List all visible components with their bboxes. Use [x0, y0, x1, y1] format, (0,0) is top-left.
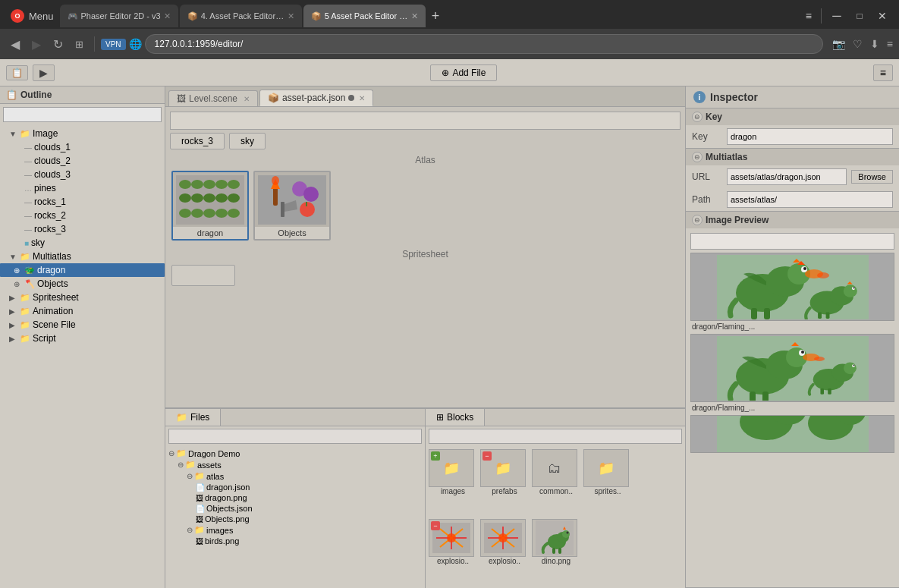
tree-item-pines[interactable]: … pines [0, 181, 165, 195]
download-icon[interactable]: ⬇ [870, 38, 879, 50]
files-search-input[interactable] [168, 429, 422, 444]
asset-pack-tab-label: asset-pack.json [282, 93, 345, 103]
atlas-item-objects[interactable]: Objects [253, 171, 331, 241]
tree-item-rocks2[interactable]: — rocks_2 [0, 209, 165, 222]
spritesheet-placeholder-item[interactable] [171, 265, 235, 286]
nav-icons: 📷 ♡ ⬇ ≡ [832, 38, 893, 50]
svg-point-8 [203, 193, 215, 203]
minimize-button[interactable]: ─ [826, 5, 847, 27]
rocks3-pack-item[interactable]: rocks_3 [170, 133, 225, 149]
path-field-input[interactable] [727, 191, 893, 208]
app-tab-asset-pack[interactable]: 📦 asset-pack.json ✕ [259, 90, 373, 106]
tree-item-animation[interactable]: ▶ 📁 Animation [0, 304, 165, 318]
atlas-item-dragon[interactable]: dragon [171, 171, 249, 241]
clouds2-label: clouds_2 [34, 156, 71, 166]
preview-item-2: dragon/Flaming_... [690, 334, 894, 412]
blocks-search-input[interactable] [429, 429, 682, 444]
tree-item-objects[interactable]: ⊕ 🪓 Objects [0, 277, 165, 291]
tree-item-clouds1[interactable]: — clouds_1 [0, 140, 165, 154]
file-tree-objects-json[interactable]: 📄 Objects.json [168, 503, 422, 514]
app-tab-level-scene[interactable]: 🖼 Level.scene ✕ [168, 90, 258, 106]
preview-search-input[interactable] [690, 233, 894, 250]
browse-button[interactable]: Browse [851, 170, 893, 184]
back-button[interactable]: ◀ [6, 36, 24, 53]
tree-item-image[interactable]: ▼ 📁 Image [0, 127, 165, 140]
browser-tab-2[interactable]: 📦 4. Asset Pack Editor -... ✕ [180, 5, 302, 27]
block-images[interactable]: 📁 + images [429, 449, 477, 516]
center-area: 🖼 Level.scene ✕ 📦 asset-pack.json ✕ [165, 86, 685, 588]
tree-item-clouds3[interactable]: — clouds_3 [0, 168, 165, 181]
key-field-input[interactable] [727, 128, 893, 145]
settings-icon[interactable]: ≡ [887, 38, 893, 50]
block-prefabs[interactable]: 📁 − prefabs [480, 449, 529, 516]
files-tab[interactable]: 📁 Files [165, 409, 221, 426]
inspector-preview-header[interactable]: ⊖ Image Preview [686, 212, 899, 228]
file-tree-images[interactable]: ⊖ 📁 images [168, 524, 422, 536]
inspector-multiatlas-header[interactable]: ⊖ Multiatlas [686, 149, 899, 165]
file-tree-dragon-json[interactable]: 📄 dragon.json [168, 482, 422, 492]
maximize-button[interactable]: □ [849, 5, 870, 27]
tree-item-rocks3[interactable]: — rocks_3 [0, 222, 165, 236]
browser-tab-3[interactable]: 📦 5 Asset Pack Editor -... ✕ [303, 5, 426, 27]
tab3-close[interactable]: ✕ [411, 11, 418, 21]
images-label: images [206, 526, 233, 535]
tab-list-button[interactable]: ≡ [801, 8, 816, 24]
block-explosion-png[interactable]: explosio.. [480, 519, 529, 586]
outline-icon: 📋 [11, 68, 23, 78]
blocks-tab[interactable]: ⊞ Blocks [426, 409, 485, 426]
new-tab-button[interactable]: + [427, 9, 445, 23]
inspector-url-row: URL Browse [686, 165, 899, 188]
camera-icon[interactable]: 📷 [832, 38, 845, 50]
forward-button[interactable]: ▶ [27, 36, 46, 53]
clouds3-label: clouds_3 [34, 169, 71, 180]
url-bar[interactable]: 127.0.0.1:1959/editor/ [145, 34, 823, 54]
script-group-label: Script [33, 333, 56, 344]
tree-item-scenefile[interactable]: ▶ 📁 Scene File [0, 318, 165, 332]
inspector-key-header[interactable]: ⊖ Key [686, 108, 899, 125]
reload-button[interactable]: ↻ [49, 36, 68, 53]
menu-text[interactable]: Menu [29, 11, 54, 22]
layout-button[interactable]: ≡ [873, 64, 893, 81]
url-field-input[interactable] [727, 168, 847, 185]
block-explosion-folder[interactable]: − explosio.. [429, 519, 477, 586]
tree-item-sky[interactable]: ■ sky [0, 236, 165, 250]
tab1-close[interactable]: ✕ [164, 11, 171, 21]
block-common[interactable]: 🗂 common.. [532, 449, 580, 516]
tab2-close[interactable]: ✕ [288, 11, 294, 21]
asset-pack-close-icon[interactable]: ✕ [359, 94, 365, 102]
close-button[interactable]: ✕ [872, 5, 893, 27]
browser-tab-1[interactable]: 🎮 Phaser Editor 2D - v3 ✕ [60, 5, 178, 27]
tree-item-spritesheet[interactable]: ▶ 📁 Spritesheet [0, 291, 165, 304]
block-sprites[interactable]: 📁 sprites.. [583, 449, 632, 516]
block-explosion-folder-label: explosio.. [429, 557, 477, 565]
block-prefabs-thumb: 📁 − [480, 449, 526, 487]
svg-point-40 [562, 530, 570, 538]
dragon-item-label: dragon [37, 265, 65, 275]
add-file-button[interactable]: ⊕ ⊕ Add File Add File [430, 64, 497, 81]
editor-search-input[interactable] [170, 112, 681, 130]
block-sprites-thumb: 📁 [583, 449, 629, 487]
file-tree-atlas[interactable]: ⊖ 📁 atlas [168, 470, 422, 482]
tree-item-clouds2[interactable]: — clouds_2 [0, 154, 165, 168]
tree-item-dragon[interactable]: ⊕ 🐲 dragon [0, 263, 165, 277]
sidebar-outline-icon: 📋 [6, 90, 17, 100]
file-tree-assets[interactable]: ⊖ 📁 assets [168, 459, 422, 470]
file-tree-dragon-demo[interactable]: ⊖ 📁 Dragon Demo [168, 448, 422, 459]
file-tree-birds-png[interactable]: 🖼 birds.png [168, 536, 422, 546]
apps-button[interactable]: ⊞ [71, 37, 88, 52]
tree-item-script[interactable]: ▶ 📁 Script [0, 332, 165, 345]
play-button[interactable]: ▶ [33, 64, 55, 81]
assets-label: assets [197, 461, 222, 470]
vpn-badge[interactable]: VPN [101, 39, 126, 50]
outline-toggle-button[interactable]: 📋 [6, 65, 28, 80]
file-tree-objects-png[interactable]: 🖼 Objects.png [168, 514, 422, 524]
block-dino-png[interactable]: dino.png [532, 519, 580, 586]
sky-pack-item[interactable]: sky [229, 133, 266, 149]
level-scene-close-icon[interactable]: ✕ [244, 95, 250, 103]
tree-item-rocks1[interactable]: — rocks_1 [0, 195, 165, 209]
heart-icon[interactable]: ♡ [853, 38, 863, 50]
sidebar-search-input[interactable] [3, 107, 162, 122]
file-tree-dragon-png[interactable]: 🖼 dragon.png [168, 492, 422, 503]
inspector-path-row: Path [686, 188, 899, 211]
tree-item-multiatlas[interactable]: ▼ 📁 Multiatlas [0, 250, 165, 263]
